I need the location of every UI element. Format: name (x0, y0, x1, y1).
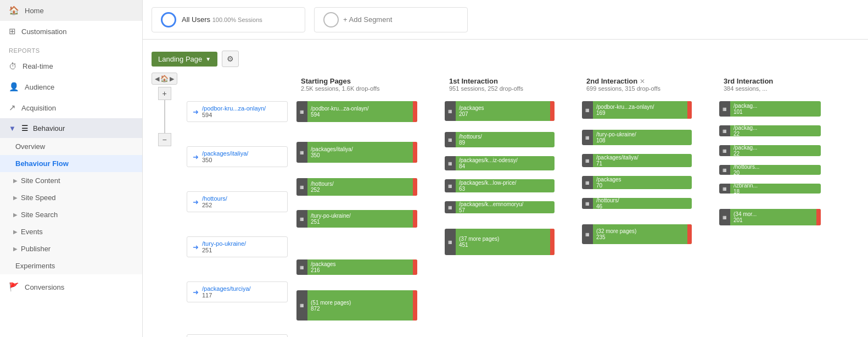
first-node-4[interactable]: ▦ /packages/k...emnomoryu/ 57 (445, 201, 555, 213)
node-page-icon: ▦ (296, 290, 307, 321)
arrow-icon: ▶ (13, 246, 18, 252)
node-page-icon: ▦ (445, 156, 456, 170)
home-icon: 🏠 (9, 5, 19, 15)
node-page-icon: ▦ (445, 101, 456, 121)
starting-node-1[interactable]: ▦ /packages/italiya/ 350 (296, 142, 417, 163)
starting-node-5[interactable]: ▦ (51 more pages) 872 (296, 290, 417, 321)
node-page-icon: ▦ (296, 101, 307, 122)
landing-node-0[interactable]: ➜ /podbor-kru...za-onlayn/ 594 (187, 101, 288, 122)
sidebar-item-overview[interactable]: Overview (0, 138, 142, 155)
starting-node-3[interactable]: ▦ /tury-po-ukraine/ 251 (296, 210, 417, 228)
third-node-5[interactable]: ▦ (34 mor... 201 (719, 209, 821, 225)
second-node-2[interactable]: ▦ /packages/italiya/ 71 (582, 154, 692, 167)
first-interaction-header: 1st Interaction 951 sessions, 252 drop-o… (445, 77, 555, 97)
node-page-icon: ▦ (582, 176, 593, 189)
node-page-icon: ▦ (296, 178, 307, 196)
acquisition-icon: ↗ (9, 103, 16, 113)
node-page-icon: ▦ (719, 184, 730, 194)
first-node-3[interactable]: ▦ /packages/k...low-price/ 63 (445, 179, 555, 192)
third-node-4[interactable]: ▦ /izbrann... 18 (719, 184, 821, 194)
landing-node-3[interactable]: ➜ /tury-po-ukraine/ 251 (187, 236, 288, 257)
node-page-icon: ▦ (582, 224, 593, 244)
starting-pages-header: Starting Pages 2.5K sessions, 1.6K drop-… (296, 77, 417, 97)
grid-icon: ⊞ (9, 26, 16, 36)
zoom-in-button[interactable]: + (158, 87, 171, 100)
starting-node-4[interactable]: ▦ /packages 216 (296, 259, 417, 275)
node-page-icon: ▦ (445, 201, 456, 213)
first-node-1[interactable]: ▦ /hottours/ 89 (445, 132, 555, 147)
drop-indicator (413, 178, 417, 196)
second-node-1[interactable]: ▦ /tury-po-ukraine/ 108 (582, 130, 692, 145)
drop-indicator (413, 259, 417, 275)
settings-button[interactable]: ⚙ (222, 51, 239, 67)
sidebar-item-acquisition[interactable]: ↗ Acquisition (0, 97, 142, 118)
sidebar-item-experiments[interactable]: Experiments (0, 257, 142, 274)
all-users-segment[interactable]: All Users 100.00% Sessions (152, 7, 305, 32)
gear-icon: ⚙ (227, 54, 234, 63)
arrow-icon: ➜ (193, 108, 199, 116)
nav-right-icon[interactable]: ▶ (170, 75, 174, 82)
add-segment-button[interactable]: + Add Segment (314, 7, 468, 32)
sidebar-item-customisation[interactable]: ⊞ Customisation (0, 21, 142, 42)
node-page-icon: ▦ (296, 259, 307, 275)
landing-node-2[interactable]: ➜ /hottours/ 252 (187, 191, 288, 212)
third-interaction-header: 3rd Interaction 384 sessions, ... (719, 77, 821, 97)
third-node-2[interactable]: ▦ /packag... 22 (719, 145, 821, 156)
third-node-1[interactable]: ▦ /packag... 22 (719, 125, 821, 136)
behaviour-grid-icon: ☰ (21, 124, 29, 132)
drop-indicator (550, 229, 555, 255)
landing-node-1[interactable]: ➜ /packages/italiya/ 350 (187, 146, 288, 167)
drop-indicator (550, 101, 555, 121)
first-node-5[interactable]: ▦ (37 more pages) 451 (445, 229, 555, 255)
nav-left-icon[interactable]: ◀ (155, 75, 159, 82)
third-node-0[interactable]: ▦ /packag... 101 (719, 101, 821, 117)
zoom-track (164, 100, 165, 133)
landing-page-dropdown[interactable]: Landing Page ▼ (152, 52, 217, 67)
segment-circle (161, 12, 176, 27)
sidebar-item-realtime[interactable]: ⏱ Real-time (0, 56, 142, 76)
second-node-5[interactable]: ▦ (32 more pages) 235 (582, 224, 692, 244)
starting-node-2[interactable]: ▦ /hottours/ 252 (296, 178, 417, 196)
sidebar-item-events[interactable]: ▶ Events (0, 223, 142, 240)
reports-section-label: REPORTS (0, 42, 142, 56)
sidebar-item-behaviour-flow[interactable]: Behaviour Flow (0, 155, 142, 172)
node-page-icon: ▦ (582, 154, 593, 167)
drop-indicator (413, 142, 417, 163)
sidebar: 🏠 Home ⊞ Customisation REPORTS ⏱ Real-ti… (0, 0, 143, 337)
second-node-4[interactable]: ▦ /hottours/ 46 (582, 198, 692, 209)
sidebar-item-conversions[interactable]: 🚩 Conversions (0, 277, 142, 297)
nav-arrows: ◀ 🏠 ▶ (152, 73, 177, 85)
first-node-0[interactable]: ▦ /packages 207 (445, 101, 555, 121)
zoom-controls: + − (158, 87, 171, 146)
node-page-icon: ▦ (296, 210, 307, 228)
node-page-icon: ▦ (296, 142, 307, 163)
node-page-icon: ▦ (445, 132, 456, 147)
close-icon[interactable]: ✕ (640, 78, 645, 85)
node-page-icon: ▦ (719, 165, 730, 175)
starting-node-0[interactable]: ▦ /podbor-kru...za-onlayn/ 594 (296, 101, 417, 122)
nav-home-icon[interactable]: 🏠 (160, 75, 169, 82)
sidebar-item-behaviour[interactable]: ▼ ☰ Behaviour (0, 118, 142, 138)
segment-bar: All Users 100.00% Sessions + Add Segment (143, 0, 868, 40)
drop-indicator (413, 290, 417, 321)
sidebar-item-publisher[interactable]: ▶ Publisher (0, 240, 142, 257)
node-page-icon: ▦ (719, 145, 730, 156)
sidebar-item-home[interactable]: 🏠 Home (0, 0, 142, 21)
landing-node-5[interactable]: ➜ 971 (187, 334, 288, 337)
sidebar-item-site-search[interactable]: ▶ Site Search (0, 206, 142, 223)
zoom-out-button[interactable]: − (158, 133, 171, 146)
sidebar-item-audience[interactable]: 👤 Audience (0, 76, 142, 97)
second-interaction-header: 2nd Interaction ✕ 699 sessions, 315 drop… (582, 77, 692, 97)
drop-indicator (816, 209, 821, 225)
sidebar-item-site-speed[interactable]: ▶ Site Speed (0, 189, 142, 206)
arrow-icon: ▶ (13, 212, 18, 218)
conversions-icon: 🚩 (9, 282, 19, 292)
sidebar-item-site-content[interactable]: ▶ Site Content (0, 172, 142, 189)
first-node-2[interactable]: ▦ /packages/k...iz-odessy/ 84 (445, 156, 555, 170)
second-node-0[interactable]: ▦ /podbor-kru...za-onlayn/ 169 (582, 101, 692, 119)
audience-icon: 👤 (9, 82, 19, 92)
landing-node-4[interactable]: ➜ /packages/turciya/ 117 (187, 281, 288, 302)
second-node-3[interactable]: ▦ /packages 70 (582, 176, 692, 189)
third-node-3[interactable]: ▦ /hottours... 20 (719, 165, 821, 175)
node-page-icon: ▦ (445, 229, 456, 255)
